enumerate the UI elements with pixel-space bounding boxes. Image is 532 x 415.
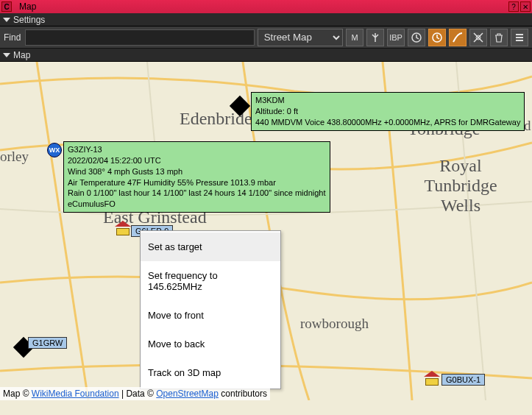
chevron-down-icon	[3, 53, 10, 57]
marker-house-g6lep[interactable]	[116, 225, 130, 235]
trash-button[interactable]	[490, 29, 508, 46]
settings-label: Settings	[13, 15, 45, 25]
attr-suffix: contributors	[219, 389, 267, 399]
attr-prefix: Map ©	[3, 389, 32, 399]
marker-wx[interactable]: WX	[47, 143, 62, 157]
clock-button[interactable]	[408, 29, 425, 46]
wx-icon: WX	[47, 143, 62, 157]
antenna-icon	[369, 32, 381, 43]
curve-icon	[452, 32, 464, 43]
toolbar: Find Street Map M IBP	[0, 26, 532, 49]
curve-button[interactable]	[449, 29, 467, 46]
help-button[interactable]: ?	[508, 1, 519, 12]
app-icon: C	[1, 1, 12, 12]
info-line: Wind 308° 4 mph Gusts 13 mph	[68, 166, 326, 177]
marker-m3kdm[interactable]	[233, 99, 247, 113]
find-input[interactable]	[25, 29, 254, 46]
map-attribution: Map © WikiMedia Foundation | Data © Open…	[0, 387, 270, 400]
map-canvas[interactable]: Edenbride East Grinstead Tonbridge Royal…	[0, 62, 532, 400]
info-line: G3ZIY-13	[68, 144, 326, 155]
trash-icon	[493, 32, 505, 43]
info-line: Altitude: 0 ft	[255, 106, 520, 117]
info-line: eCumulusFO	[68, 199, 326, 210]
menu-item-move-front[interactable]: Move to front	[141, 301, 280, 330]
find-label: Find	[4, 32, 21, 43]
menu-icon	[514, 32, 525, 43]
menu-button[interactable]	[511, 29, 528, 46]
m-button[interactable]: M	[346, 29, 363, 46]
info-line: Air Temperature 47F Humidity 55% Pressur…	[68, 177, 326, 188]
info-line: 440 MMDVM Voice 438.80000MHz +0.0000MHz,…	[255, 117, 520, 128]
chevron-down-icon	[3, 18, 10, 22]
menu-item-set-frequency[interactable]: Set frequency to 145.625MHz	[141, 261, 280, 301]
callsign-g1grw[interactable]: G1GRW	[28, 337, 67, 349]
house-icon	[425, 375, 439, 386]
crosshair-icon	[472, 32, 484, 43]
menu-item-set-target[interactable]: Set as target	[141, 233, 280, 261]
osm-link[interactable]: OpenStreetMap	[156, 389, 219, 399]
menu-item-track-3d[interactable]: Track on 3D map	[141, 358, 280, 387]
attr-mid: | Data ©	[119, 389, 157, 399]
ibp-button[interactable]: IBP	[387, 29, 405, 46]
settings-panel-header[interactable]: Settings	[0, 13, 532, 26]
clock-icon	[411, 32, 422, 43]
info-box-m3kdm: M3KDM Altitude: 0 ft 440 MMDVM Voice 438…	[251, 92, 525, 131]
marker-house-g0bux[interactable]	[425, 375, 439, 386]
crosshair-button[interactable]	[469, 29, 487, 46]
menu-item-move-back[interactable]: Move to back	[141, 330, 280, 358]
antenna-button[interactable]	[366, 29, 384, 46]
info-line: M3KDM	[255, 95, 520, 106]
layer-select[interactable]: Street Map	[258, 29, 343, 46]
info-box-g3ziy: G3ZIY-13 2022/02/04 15:22:00 UTC Wind 30…	[63, 141, 330, 213]
callsign-g0bux[interactable]: G0BUX-1	[441, 374, 485, 386]
map-panel-header[interactable]: Map	[0, 49, 532, 62]
map-label: Map	[13, 50, 30, 60]
clock-icon	[431, 32, 443, 43]
house-icon	[116, 225, 130, 235]
info-line: Rain 0 1/100" last hour 14 1/100" last 2…	[68, 188, 326, 199]
clock2-button[interactable]	[428, 29, 446, 46]
diamond-icon	[230, 96, 250, 116]
window-titlebar: C Map ? ✕	[0, 0, 532, 13]
context-menu: Set as target Set frequency to 145.625MH…	[140, 230, 281, 389]
close-button[interactable]: ✕	[520, 1, 531, 12]
window-title: Map	[15, 1, 507, 12]
wikimedia-link[interactable]: WikiMedia Foundation	[32, 389, 119, 399]
info-line: 2022/02/04 15:22:00 UTC	[68, 155, 326, 166]
